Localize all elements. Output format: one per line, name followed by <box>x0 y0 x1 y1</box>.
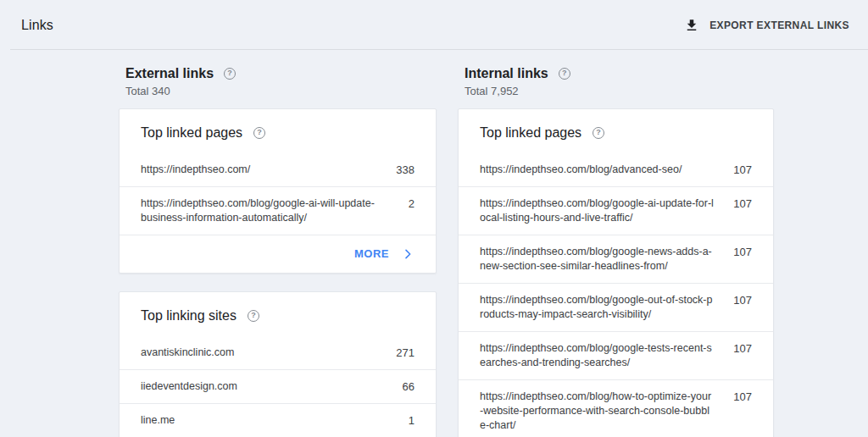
topbar: Links EXPORT EXTERNAL LINKS <box>0 0 868 50</box>
external-top-linking-sites-card: Top linking sites ? avantiskinclinic.com… <box>119 291 437 437</box>
row-label: line.me <box>141 413 375 428</box>
row-value: 2 <box>409 196 415 211</box>
row-value: 271 <box>396 346 415 360</box>
download-icon <box>684 18 699 33</box>
table-row[interactable]: https://indepthseo.com/ 338 <box>120 153 436 187</box>
table-row[interactable]: https://indepthseo.com/blog/advanced-seo… <box>459 153 773 187</box>
row-label: https://indepthseo.com/blog/advanced-seo… <box>480 163 714 177</box>
table-rows: avantiskinclinic.com 271 iiedeventdesign… <box>120 336 436 437</box>
table-row[interactable]: iiedeventdesign.com 66 <box>120 370 436 404</box>
row-label: avantiskinclinic.com <box>141 346 375 360</box>
chevron-right-icon <box>401 247 415 261</box>
card-title: Top linked pages <box>141 124 242 141</box>
external-links-header: External links ? Total 340 <box>119 65 437 98</box>
row-label: https://indepthseo.com/ <box>141 163 375 177</box>
help-icon[interactable]: ? <box>593 127 604 139</box>
row-value: 107 <box>733 341 752 356</box>
help-icon[interactable]: ? <box>559 68 570 80</box>
row-label: iiedeventdesign.com <box>141 379 375 394</box>
table-rows: https://indepthseo.com/ 338 https://inde… <box>120 153 436 235</box>
table-row[interactable]: https://indepthseo.com/blog/google-ai-up… <box>459 187 773 235</box>
row-label: https://indepthseo.com/blog/google-news-… <box>480 245 714 274</box>
internal-links-header: Internal links ? Total 7,952 <box>458 65 774 98</box>
more-button[interactable]: MORE <box>120 235 436 273</box>
links-page: Links EXPORT EXTERNAL LINKS External lin… <box>0 0 868 50</box>
table-rows: https://indepthseo.com/blog/advanced-seo… <box>459 153 773 437</box>
row-value: 107 <box>733 196 752 211</box>
table-row[interactable]: avantiskinclinic.com 271 <box>120 336 436 370</box>
row-label: https://indepthseo.com/blog/how-to-optim… <box>480 390 714 433</box>
external-top-linked-pages-card: Top linked pages ? https://indepthseo.co… <box>119 108 437 274</box>
table-row[interactable]: https://indepthseo.com/blog/google-tests… <box>459 332 773 380</box>
row-value: 107 <box>733 390 752 404</box>
help-icon[interactable]: ? <box>248 310 259 322</box>
row-value: 107 <box>733 245 752 259</box>
row-value: 107 <box>733 163 752 177</box>
table-row[interactable]: https://indepthseo.com/blog/google-ai-wi… <box>120 187 436 235</box>
help-icon[interactable]: ? <box>224 68 236 80</box>
card-header: Top linked pages ? <box>459 109 773 153</box>
row-label: https://indepthseo.com/blog/google-ai-up… <box>480 196 714 225</box>
table-row[interactable]: https://indepthseo.com/blog/google-out-o… <box>459 284 773 332</box>
row-label: https://indepthseo.com/blog/google-out-o… <box>480 293 714 322</box>
export-button-label: EXPORT EXTERNAL LINKS <box>709 19 849 31</box>
external-links-section: External links ? Total 340 Top linked pa… <box>119 65 437 437</box>
card-header: Top linked pages ? <box>120 109 436 153</box>
row-value: 66 <box>403 379 415 394</box>
internal-links-section: Internal links ? Total 7,952 Top linked … <box>458 65 774 437</box>
internal-top-linked-pages-card: Top linked pages ? https://indepthseo.co… <box>458 108 774 437</box>
more-button-label: MORE <box>354 246 389 262</box>
row-label: https://indepthseo.com/blog/google-ai-wi… <box>141 196 375 225</box>
internal-links-title: Internal links <box>465 65 548 81</box>
export-external-links-button[interactable]: EXPORT EXTERNAL LINKS <box>677 13 856 38</box>
page-title: Links <box>21 18 53 33</box>
help-icon[interactable]: ? <box>253 127 265 139</box>
card-title: Top linked pages <box>480 124 581 141</box>
row-label: https://indepthseo.com/blog/google-tests… <box>480 341 714 370</box>
row-value: 338 <box>396 163 415 177</box>
table-row[interactable]: https://indepthseo.com/blog/google-news-… <box>459 235 773 284</box>
external-links-total: Total 340 <box>125 84 437 98</box>
table-row[interactable]: https://indepthseo.com/blog/how-to-optim… <box>459 380 773 437</box>
row-value: 1 <box>409 413 415 428</box>
row-value: 107 <box>733 293 752 307</box>
external-links-title: External links <box>125 65 214 81</box>
internal-links-total: Total 7,952 <box>465 84 774 98</box>
card-header: Top linking sites ? <box>120 292 436 336</box>
table-row[interactable]: line.me 1 <box>120 404 436 437</box>
card-title: Top linking sites <box>141 307 236 324</box>
